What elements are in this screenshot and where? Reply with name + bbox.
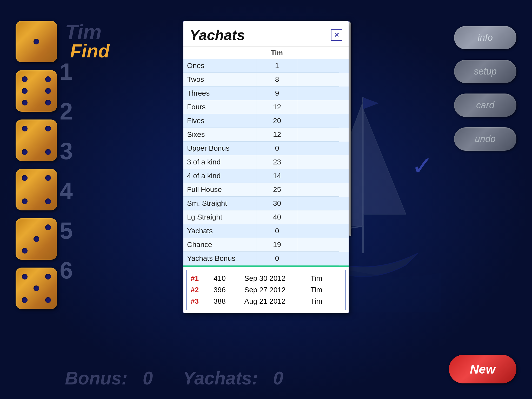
score-label: Yachats (183, 224, 256, 238)
score-label: Yachats Bonus (183, 252, 256, 265)
score-extra (298, 114, 339, 128)
table-row[interactable]: 3 of a kind 23 (183, 155, 349, 169)
score-value: 12 (256, 128, 298, 142)
close-button[interactable]: ✕ (331, 29, 342, 41)
score-value: 12 (256, 100, 298, 114)
scorecard-modal: Yachats ✕ Tim Ones 1 Twos 8 Threes 9 Fou… (183, 21, 349, 313)
score-label: Full House (183, 183, 256, 197)
score-value: 0 (256, 142, 298, 155)
score-label: Fours (183, 100, 256, 114)
hs-name: Tim (296, 297, 337, 305)
table-row[interactable]: Yachats 0 (183, 224, 349, 238)
hs-date: Sep 30 2012 (236, 274, 294, 283)
modal-title: Yachats (190, 26, 245, 43)
score-value: 1 (256, 59, 298, 73)
table-row[interactable]: Sm. Straight 30 (183, 197, 349, 210)
score-value: 25 (256, 183, 298, 197)
col-header-extra (298, 47, 339, 59)
col-header-player: Tim (256, 47, 298, 59)
score-extra (298, 59, 339, 73)
modal-overlay: Yachats ✕ Tim Ones 1 Twos 8 Threes 9 Fou… (0, 0, 532, 399)
score-value: 8 (256, 73, 298, 87)
hs-name: Tim (296, 286, 337, 294)
score-extra (298, 197, 339, 210)
score-label: Twos (183, 73, 256, 87)
score-label: Fives (183, 114, 256, 128)
hs-date: Aug 21 2012 (236, 297, 294, 305)
score-extra (298, 100, 339, 114)
score-value: 20 (256, 114, 298, 128)
score-label: Ones (183, 59, 256, 73)
table-row[interactable]: Yachats Bonus 0 (183, 252, 349, 265)
grand-total-row (183, 265, 349, 267)
highscores-section: #1 410 Sep 30 2012 Tim #2 396 Sep 27 201… (186, 270, 346, 310)
hs-rank: #3 (191, 297, 211, 305)
score-extra (298, 87, 339, 100)
score-extra (298, 252, 339, 265)
score-extra (298, 238, 339, 252)
score-extra (298, 183, 339, 197)
hs-rank: #2 (191, 286, 211, 294)
table-row[interactable]: 4 of a kind 14 (183, 169, 349, 183)
modal-header: Yachats ✕ (183, 21, 349, 47)
score-label: 3 of a kind (183, 155, 256, 169)
modal-stack: Yachats ✕ Tim Ones 1 Twos 8 Threes 9 Fou… (183, 21, 349, 313)
score-extra (298, 142, 339, 155)
highscore-row: #2 396 Sep 27 2012 Tim (191, 284, 341, 296)
score-extra (298, 73, 339, 87)
highscore-row: #1 410 Sep 30 2012 Tim (191, 273, 341, 284)
score-value: 23 (256, 155, 298, 169)
score-table: Ones 1 Twos 8 Threes 9 Fours 12 Fives 20… (183, 59, 349, 265)
score-value: 9 (256, 87, 298, 100)
score-value: 30 (256, 197, 298, 210)
score-label: Sm. Straight (183, 197, 256, 210)
score-extra (298, 169, 339, 183)
score-value: 0 (256, 252, 298, 265)
table-row[interactable]: Twos 8 (183, 73, 349, 87)
table-row[interactable]: Fours 12 (183, 100, 349, 114)
score-label: Chance (183, 238, 256, 252)
table-row[interactable]: Full House 25 (183, 183, 349, 197)
table-row[interactable]: Lg Straight 40 (183, 210, 349, 224)
table-row[interactable]: Chance 19 (183, 238, 349, 252)
table-row[interactable]: Threes 9 (183, 87, 349, 100)
score-value: 14 (256, 169, 298, 183)
table-row[interactable]: Ones 1 (183, 59, 349, 73)
highscore-row: #3 388 Aug 21 2012 Tim (191, 296, 341, 307)
table-row[interactable]: Fives 20 (183, 114, 349, 128)
hs-score: 396 (214, 286, 234, 294)
score-value: 19 (256, 238, 298, 252)
table-row[interactable]: Upper Bonus 0 (183, 142, 349, 155)
hs-rank: #1 (191, 274, 211, 283)
score-extra (298, 155, 339, 169)
hs-score: 388 (214, 297, 234, 305)
hs-date: Sep 27 2012 (236, 286, 294, 294)
score-label: 4 of a kind (183, 169, 256, 183)
table-row[interactable]: Sixes 12 (183, 128, 349, 142)
score-label: Threes (183, 87, 256, 100)
score-extra (298, 128, 339, 142)
hs-name: Tim (296, 274, 337, 283)
score-label: Lg Straight (183, 210, 256, 224)
score-value: 40 (256, 210, 298, 224)
score-value: 0 (256, 224, 298, 238)
hs-score: 410 (214, 274, 234, 283)
score-label: Sixes (183, 128, 256, 142)
col-header-category (183, 47, 256, 59)
score-label: Upper Bonus (183, 142, 256, 155)
score-extra (298, 224, 339, 238)
column-headers: Tim (183, 47, 349, 59)
score-extra (298, 210, 339, 224)
